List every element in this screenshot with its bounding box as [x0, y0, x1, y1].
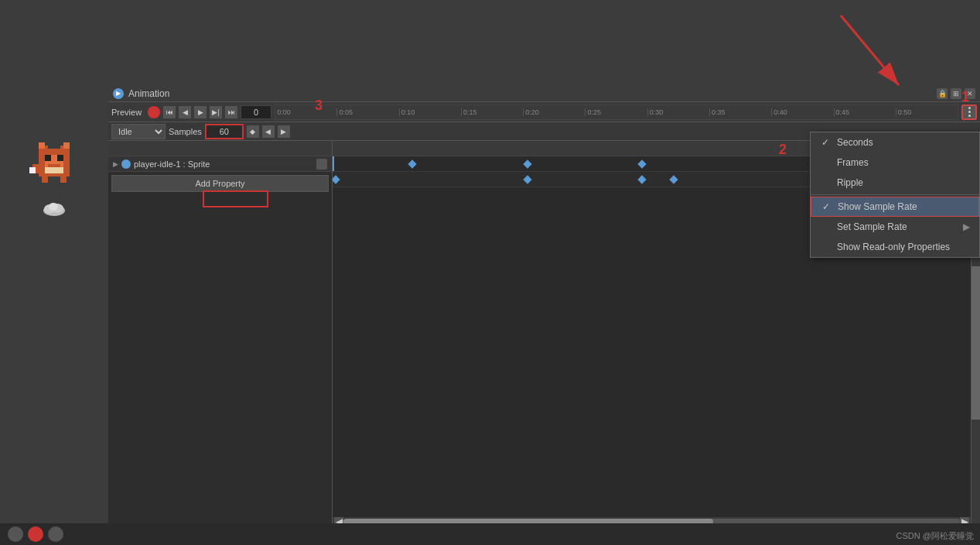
property-type-icon	[121, 159, 131, 169]
property-panel: ▶ player-idle-1 : Sprite Add Property	[108, 141, 333, 545]
keyframe-1a[interactable]	[408, 159, 416, 168]
keyframe-2d[interactable]	[670, 175, 678, 183]
keyframe-2c[interactable]	[637, 175, 646, 183]
samples-input[interactable]	[205, 124, 244, 139]
animation-icon: ▶	[113, 88, 124, 99]
label-seconds: Seconds	[837, 137, 970, 148]
menu-item-seconds[interactable]: ✓ Seconds	[811, 132, 979, 153]
watermark: CSDN @阿松爱睡觉	[896, 530, 974, 542]
svg-point-18	[49, 203, 58, 211]
cloud-icon	[42, 201, 67, 219]
go-to-start-button[interactable]: ⏮	[163, 106, 176, 118]
dropdown-menu: ✓ Seconds Frames Ripple ✓ Show Sample Ra…	[810, 132, 980, 258]
svg-rect-8	[57, 155, 63, 161]
main-layout: ▶ Animation 🔒 ⊞ ✕ Preview ⏮ ◀ ▶ ▶| ⏭ 0 0…	[0, 0, 980, 545]
close-btn[interactable]: ✕	[965, 88, 975, 99]
go-to-end-button[interactable]: ⏭	[225, 106, 237, 118]
svg-rect-5	[63, 142, 70, 149]
tick-7: 0:35	[710, 108, 772, 116]
panel-title: Animation	[128, 88, 169, 99]
tick-3: 0:15	[462, 108, 524, 116]
preview-label: Preview	[111, 108, 142, 117]
step-forward-button[interactable]: ▶|	[210, 106, 222, 118]
tick-1: 0:05	[337, 108, 399, 116]
expand-arrow[interactable]: ▶	[113, 160, 118, 168]
keyframe-1b[interactable]	[523, 159, 531, 168]
tick-0: 0:00	[275, 108, 337, 116]
label-show-sample-rate: Show Sample Rate	[838, 201, 969, 212]
property-chain-button[interactable]	[316, 159, 327, 170]
record-button[interactable]	[148, 106, 160, 118]
menu-item-frames[interactable]: Frames	[811, 153, 979, 173]
add-keyframe-button[interactable]: ◆	[247, 125, 259, 138]
menu-item-ripple[interactable]: Ripple	[811, 173, 979, 193]
time-display[interactable]: 0	[241, 105, 271, 119]
tick-9: 0:45	[835, 108, 896, 116]
panel-title-bar: ▶ Animation 🔒 ⊞ ✕	[108, 85, 980, 102]
label-frames: Frames	[837, 157, 970, 168]
svg-rect-12	[29, 167, 36, 173]
property-item: ▶ player-idle-1 : Sprite	[108, 156, 332, 172]
bottom-status-bar	[0, 523, 980, 545]
menu-dots-button[interactable]	[961, 105, 977, 120]
timeline-mini-ruler: 0:00 0:05 0:10 0:15 0:20 0:25 0:30 0:35 …	[275, 105, 958, 120]
menu-item-set-sample-rate[interactable]: Set Sample Rate ▶	[811, 217, 979, 237]
v-scroll-thumb[interactable]	[971, 266, 980, 420]
menu-item-show-readonly[interactable]: Show Read-only Properties	[811, 237, 979, 257]
tick-8: 0:40	[772, 108, 834, 116]
play-button[interactable]: ▶	[194, 106, 207, 118]
scene-panel	[0, 0, 108, 545]
tick-4: 0:20	[524, 108, 586, 116]
svg-rect-13	[42, 177, 48, 183]
check-show-sample-rate: ✓	[821, 201, 831, 212]
property-row-header	[108, 141, 332, 156]
label-set-sample-rate: Set Sample Rate	[837, 221, 957, 232]
arrow-set-sample-rate: ▶	[963, 221, 970, 232]
toolbar: Preview ⏮ ◀ ▶ ▶| ⏭ 0 0:00 0:05 0:10 0:15…	[108, 102, 980, 122]
fox-sprite	[29, 139, 79, 189]
status-icon-record[interactable]	[28, 526, 43, 542]
expand-btn[interactable]: ⊞	[951, 88, 961, 99]
step-back-button[interactable]: ◀	[179, 106, 191, 118]
svg-rect-7	[45, 155, 51, 161]
svg-rect-14	[60, 177, 67, 183]
status-icon-1[interactable]	[8, 526, 23, 542]
tick-6: 0:30	[648, 108, 710, 116]
tick-10: 0:50	[896, 108, 958, 116]
add-property-button[interactable]: Add Property	[111, 175, 329, 192]
clip-dropdown[interactable]: Idle	[111, 124, 166, 139]
tick-2: 0:10	[400, 108, 462, 116]
svg-rect-4	[39, 142, 45, 149]
playhead	[333, 156, 334, 171]
lock-btn[interactable]: 🔒	[937, 88, 948, 99]
keyframe-nav-left[interactable]: ◀	[262, 125, 275, 138]
status-icon-3[interactable]	[48, 526, 63, 542]
label-ripple: Ripple	[837, 177, 970, 188]
tick-5: 0:25	[586, 108, 647, 116]
keyframe-2b[interactable]	[523, 175, 531, 183]
svg-rect-10	[45, 167, 63, 173]
keyframe-nav-right[interactable]: ▶	[278, 125, 290, 138]
label-show-readonly: Show Read-only Properties	[837, 242, 970, 252]
window-controls: 🔒 ⊞ ✕	[937, 88, 975, 99]
menu-item-show-sample-rate[interactable]: ✓ Show Sample Rate	[811, 197, 979, 217]
check-seconds: ✓	[820, 137, 831, 148]
keyframe-2a[interactable]	[333, 175, 340, 183]
keyframe-1c[interactable]	[637, 159, 646, 168]
svg-rect-9	[48, 164, 60, 167]
menu-divider-1	[811, 194, 979, 195]
property-name: player-idle-1 : Sprite	[134, 159, 210, 169]
samples-label: Samples	[169, 127, 202, 136]
